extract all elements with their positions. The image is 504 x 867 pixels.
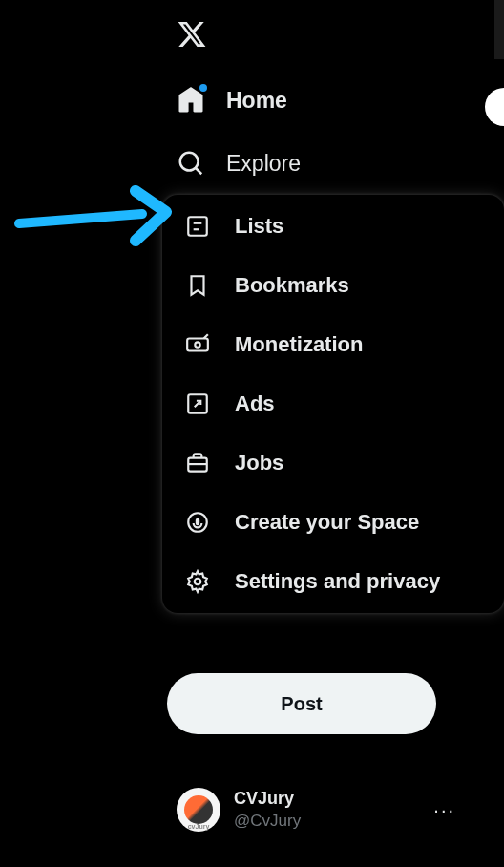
menu-ads-label: Ads bbox=[235, 391, 275, 416]
menu-jobs[interactable]: Jobs bbox=[162, 434, 504, 493]
menu-settings[interactable]: Settings and privacy bbox=[162, 552, 504, 611]
x-logo[interactable] bbox=[167, 10, 472, 69]
bookmark-icon bbox=[185, 273, 210, 298]
home-icon bbox=[177, 86, 205, 115]
svg-rect-2 bbox=[188, 217, 207, 236]
svg-line-1 bbox=[196, 168, 201, 174]
menu-ads[interactable]: Ads bbox=[162, 374, 504, 434]
microphone-icon bbox=[185, 510, 210, 535]
menu-monetization-label: Monetization bbox=[235, 332, 363, 357]
nav-explore-label: Explore bbox=[226, 151, 301, 177]
menu-bookmarks[interactable]: Bookmarks bbox=[162, 256, 504, 315]
search-icon bbox=[177, 149, 205, 178]
partial-avatar bbox=[485, 88, 504, 126]
more-menu-popup: Lists Bookmarks Monetization Ads Jobs Cr… bbox=[162, 195, 504, 613]
menu-create-space-label: Create your Space bbox=[235, 510, 419, 535]
sidebar: Home Explore bbox=[167, 10, 472, 195]
monetization-icon bbox=[185, 332, 210, 357]
nav-home[interactable]: Home bbox=[167, 69, 472, 132]
avatar-brand-text: cvJury bbox=[188, 823, 210, 830]
nav-home-label: Home bbox=[226, 88, 287, 114]
svg-point-6 bbox=[195, 342, 200, 347]
window-edge bbox=[494, 0, 504, 59]
profile-switcher[interactable]: cvJury CVJury @CvJury ··· bbox=[167, 778, 472, 841]
post-button[interactable]: Post bbox=[167, 673, 436, 734]
menu-settings-label: Settings and privacy bbox=[235, 569, 440, 594]
gear-icon bbox=[185, 569, 210, 594]
svg-rect-12 bbox=[196, 518, 200, 526]
notification-dot bbox=[200, 84, 207, 92]
menu-lists-label: Lists bbox=[235, 214, 284, 239]
svg-point-13 bbox=[195, 579, 201, 585]
ads-icon bbox=[185, 391, 210, 416]
menu-lists[interactable]: Lists bbox=[162, 197, 504, 256]
profile-text: CVJury @CvJury bbox=[234, 788, 420, 831]
briefcase-icon bbox=[185, 451, 210, 476]
menu-monetization[interactable]: Monetization bbox=[162, 315, 504, 374]
svg-point-0 bbox=[180, 153, 199, 171]
svg-line-14 bbox=[19, 214, 142, 223]
profile-handle: @CvJury bbox=[234, 811, 420, 832]
svg-rect-5 bbox=[187, 339, 208, 351]
more-icon: ··· bbox=[433, 799, 463, 821]
nav-explore[interactable]: Explore bbox=[167, 132, 472, 195]
menu-jobs-label: Jobs bbox=[235, 451, 284, 476]
lists-icon bbox=[185, 214, 210, 239]
menu-bookmarks-label: Bookmarks bbox=[235, 273, 349, 298]
menu-create-space[interactable]: Create your Space bbox=[162, 493, 504, 552]
profile-name: CVJury bbox=[234, 788, 420, 810]
annotation-arrow bbox=[13, 185, 176, 262]
avatar: cvJury bbox=[177, 788, 220, 832]
